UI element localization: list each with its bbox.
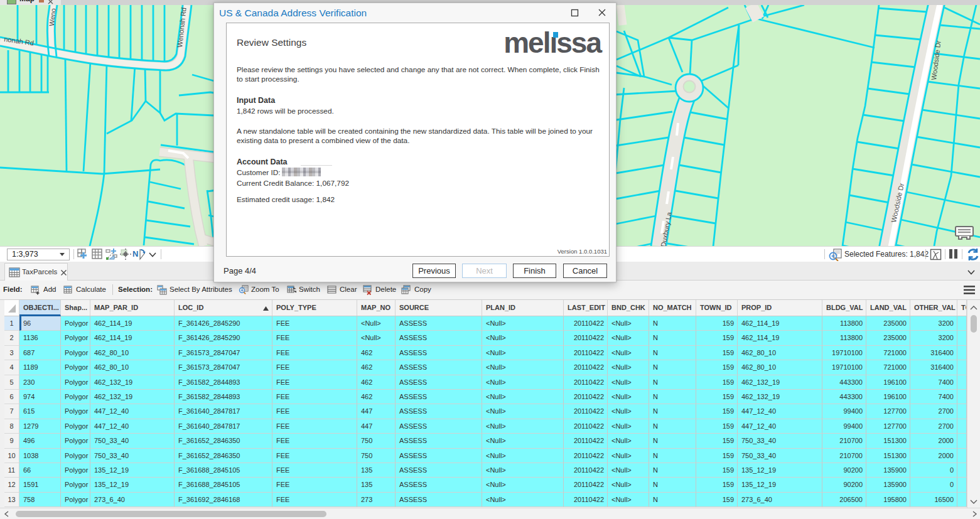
- svg-text:N: N: [132, 249, 138, 259]
